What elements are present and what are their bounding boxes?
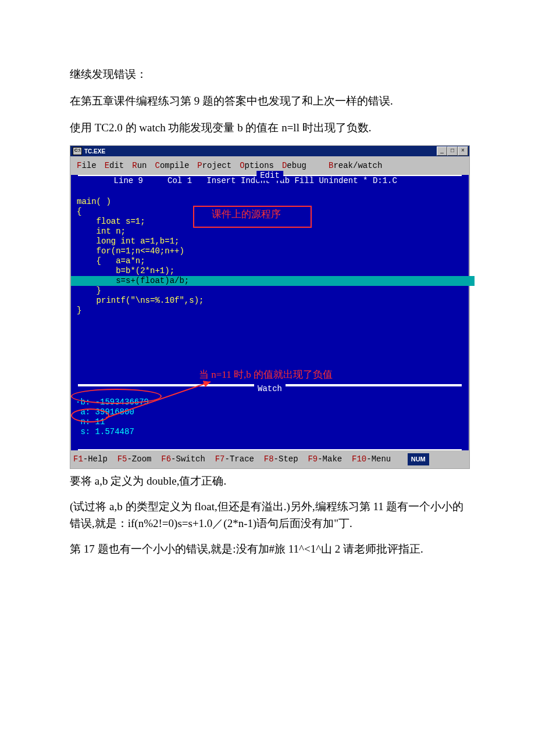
tc-window: C:\ TC.EXE _ □ × File Edit Run Compile P… [70,145,470,469]
menu-file[interactable]: File [77,158,97,174]
menu-breakwatch[interactable]: Break/watch [329,158,382,174]
window-titlebar[interactable]: C:\ TC.EXE _ □ × [70,146,469,156]
annotation-text-negative: 当 n=11 时,b 的值就出现了负值 [199,370,535,379]
app-icon: C:\ [73,147,82,155]
watch-frame-title: Watch [254,381,286,397]
editor-code: main( ) { float s=1; int n; long int a=1… [71,187,469,367]
menu-run[interactable]: Run [132,158,147,174]
fkey-make[interactable]: F9-Make [308,454,342,464]
code-line: int n; [77,227,126,236]
code-line: b=b*(2*n+1); [77,266,174,275]
code-line: { [77,207,81,216]
fkey-help[interactable]: F1-Help [73,454,108,464]
maximize-button[interactable]: □ [447,146,458,156]
fkey-menu[interactable]: F10-Menu [352,454,391,464]
document-page: 继续发现错误： 在第五章课件编程练习第 9 题的答案中也发现了和上次一样的错误.… [0,0,535,600]
paragraph: 要将 a,b 定义为 double,值才正确. [70,472,471,489]
annotation-text-source: 课件上的源程序 [212,209,281,219]
paragraph: 在第五章课件编程练习第 9 题的答案中也发现了和上次一样的错误. [70,91,471,112]
code-line: main( ) [77,197,111,206]
code-line: long int a=1,b=1; [77,237,179,246]
fkey-switch[interactable]: F6-Switch [161,454,205,464]
code-line: for(n=1;n<=40;n++) [77,246,184,256]
annotation-arrow-icon [94,378,216,420]
menu-debug[interactable]: Debug [282,158,306,174]
paragraph: 使用 TC2.0 的 watch 功能发现变量 b 的值在 n=ll 时出现了负… [70,117,471,138]
menu-project[interactable]: Project [197,158,231,174]
editor-frame-title: Edit [256,171,283,181]
fkey-zoom[interactable]: F5-Zoom [117,454,152,464]
fkey-trace[interactable]: F7-Trace [215,454,254,464]
paragraph: 第 17 题也有一个小小的错误,就是:没有加#旅 11^<1^山 2 请老师批评… [70,540,471,557]
watch-line-s: s: 1.574487 [76,427,134,436]
menu-compile[interactable]: Compile [155,158,189,174]
code-line: } [77,306,81,315]
minimize-button[interactable]: _ [437,146,447,156]
editor-pane: Edit Line 9 Col 1 Insert Indent Tab Fill… [71,175,469,385]
numlock-indicator: NUM [408,453,429,465]
paragraph: (试过将 a,b 的类型定义为 float,但还是有溢出.)另外,编程练习第 1… [70,498,471,532]
code-line: float s=1; [77,217,145,226]
code-line: { a=a*n; [77,256,145,266]
code-line: printf("\ns=%.10f",s); [77,296,204,305]
close-button[interactable]: × [458,146,468,156]
fkey-step[interactable]: F8-Step [264,454,298,464]
code-line: } [77,286,101,295]
svg-line-0 [106,382,211,418]
menu-edit[interactable]: Edit [105,158,124,174]
function-key-bar: F1-Help F5-Zoom F6-Switch F7-Trace F8-St… [71,450,469,468]
window-title: TC.EXE [84,146,105,157]
paragraph: 继续发现错误： [70,64,471,85]
code-line-highlight: s=s+(float)a/b; [71,276,475,286]
tc-body: File Edit Run Compile Project Options De… [70,156,469,468]
